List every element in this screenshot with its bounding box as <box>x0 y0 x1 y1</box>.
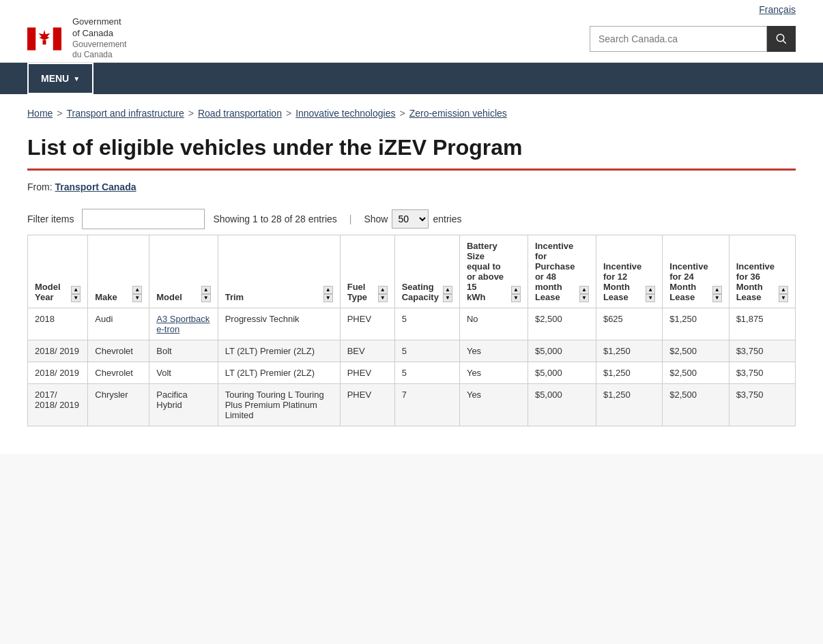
sort-battery-asc[interactable]: ▲ <box>511 286 521 294</box>
th-year: ModelYear ▲ ▼ <box>28 235 88 308</box>
sort-model-asc[interactable]: ▲ <box>201 286 211 294</box>
breadcrumb-item-2[interactable]: Road transportation <box>198 108 282 119</box>
cell-inc-36: $3,750 <box>729 384 795 426</box>
breadcrumb-item-1[interactable]: Transport and infrastructure <box>67 108 184 119</box>
search-icon <box>775 33 788 45</box>
cell-battery: Yes <box>459 384 528 426</box>
cell-inc-purchase: $5,000 <box>528 340 596 362</box>
cell-year: 2018 <box>28 308 88 340</box>
svg-rect-4 <box>43 40 46 44</box>
show-select-wrap: Show 10 25 50 100 entries <box>364 209 461 229</box>
showing-text: Showing 1 to 28 of 28 entries <box>213 214 336 224</box>
sort-model-desc[interactable]: ▼ <box>201 294 211 302</box>
sort-year-asc[interactable]: ▲ <box>71 286 81 294</box>
cell-inc-12: $625 <box>596 308 662 340</box>
menu-button[interactable]: MENU ▼ <box>27 63 93 94</box>
sort-inc-36[interactable]: ▲ ▼ <box>779 286 788 302</box>
show-select[interactable]: 10 25 50 100 <box>392 209 429 229</box>
sort-year-desc[interactable]: ▼ <box>71 294 81 302</box>
cell-fuel: PHEV <box>340 308 394 340</box>
cell-battery: No <box>459 308 528 340</box>
sort-inc-24-desc[interactable]: ▼ <box>712 294 722 302</box>
sort-inc-24[interactable]: ▲ ▼ <box>712 286 722 302</box>
sort-inc-purchase-desc[interactable]: ▼ <box>579 294 589 302</box>
cell-fuel: PHEV <box>340 362 394 384</box>
sort-battery-desc[interactable]: ▼ <box>511 294 521 302</box>
sort-seating-asc[interactable]: ▲ <box>443 286 452 294</box>
sort-inc-24-asc[interactable]: ▲ <box>712 286 722 294</box>
cell-inc-36: $3,750 <box>729 362 795 384</box>
cell-model: Pacifica Hybrid <box>149 384 218 426</box>
svg-rect-1 <box>53 27 62 50</box>
cell-make: Chevrolet <box>88 362 149 384</box>
sort-inc-12-asc[interactable]: ▲ <box>646 286 655 294</box>
menu-label: MENU <box>41 73 69 84</box>
breadcrumb-item-4[interactable]: Zero-emission vehicles <box>409 108 507 119</box>
cell-inc-12: $1,250 <box>596 384 662 426</box>
th-trim: Trim ▲ ▼ <box>218 235 340 308</box>
cell-inc-36: $3,750 <box>729 340 795 362</box>
table-row: 2018AudiA3 Sportback e-tronProgressiv Te… <box>28 308 796 340</box>
sort-trim[interactable]: ▲ ▼ <box>323 286 333 302</box>
sort-fuel-asc[interactable]: ▲ <box>378 286 388 294</box>
page-title: List of eligible vehicles under the iZEV… <box>27 135 796 171</box>
sort-inc-purchase[interactable]: ▲ ▼ <box>579 286 589 302</box>
cell-seating: 5 <box>394 340 459 362</box>
th-fuel: FuelType ▲ ▼ <box>340 235 394 308</box>
transport-canada-link[interactable]: Transport Canada <box>55 181 136 192</box>
nav-bar: MENU ▼ <box>0 63 823 94</box>
svg-line-6 <box>783 40 786 44</box>
entries-label: entries <box>433 214 461 224</box>
cell-fuel: BEV <box>340 340 394 362</box>
filter-input[interactable] <box>82 209 205 229</box>
sort-fuel-desc[interactable]: ▼ <box>378 294 388 302</box>
sort-fuel[interactable]: ▲ ▼ <box>378 286 388 302</box>
sort-year[interactable]: ▲ ▼ <box>71 286 81 302</box>
cell-trim: LT (2LT) Premier (2LZ) <box>218 340 340 362</box>
sort-inc-12[interactable]: ▲ ▼ <box>646 286 655 302</box>
sort-battery[interactable]: ▲ ▼ <box>511 286 521 302</box>
sort-inc-12-desc[interactable]: ▼ <box>646 294 655 302</box>
sort-seating-desc[interactable]: ▼ <box>443 294 452 302</box>
cell-seating: 5 <box>394 362 459 384</box>
cell-model[interactable]: A3 Sportback e-tron <box>149 308 218 340</box>
cell-make: Chevrolet <box>88 340 149 362</box>
filter-row: Filter items Showing 1 to 28 of 28 entri… <box>27 209 796 229</box>
cell-trim: Progressiv Technik <box>218 308 340 340</box>
from-line: From: Transport Canada <box>27 181 796 192</box>
breadcrumb-item-3[interactable]: Innovative technologies <box>295 108 395 119</box>
sort-make[interactable]: ▲ ▼ <box>132 286 142 302</box>
table-row: 2018/ 2019ChevroletBoltLT (2LT) Premier … <box>28 340 796 362</box>
canada-flag-icon <box>27 26 61 52</box>
sort-seating[interactable]: ▲ ▼ <box>443 286 452 302</box>
breadcrumb: Home>Transport and infrastructure>Road t… <box>27 108 796 119</box>
sort-make-asc[interactable]: ▲ <box>132 286 142 294</box>
search-button[interactable] <box>767 26 796 52</box>
cell-inc-36: $1,875 <box>729 308 795 340</box>
sort-model[interactable]: ▲ ▼ <box>201 286 211 302</box>
sort-trim-desc[interactable]: ▼ <box>323 294 333 302</box>
table-row: 2017/ 2018/ 2019ChryslerPacifica HybridT… <box>28 384 796 426</box>
sort-inc-36-asc[interactable]: ▲ <box>779 286 788 294</box>
sort-trim-asc[interactable]: ▲ <box>323 286 333 294</box>
th-incentive-36: Incentivefor 36MonthLease ▲ ▼ <box>729 235 795 308</box>
th-incentive-24: Incentivefor 24MonthLease ▲ ▼ <box>663 235 729 308</box>
cell-make: Audi <box>88 308 149 340</box>
th-incentive-purchase: IncentiveforPurchaseor 48monthLease ▲ ▼ <box>528 235 596 308</box>
th-incentive-12: Incentivefor 12MonthLease ▲ ▼ <box>596 235 662 308</box>
filter-label: Filter items <box>27 214 74 224</box>
cell-inc-24: $1,250 <box>663 308 729 340</box>
sort-inc-purchase-asc[interactable]: ▲ <box>579 286 589 294</box>
breadcrumb-item-0[interactable]: Home <box>27 108 53 119</box>
government-name: Governmentof Canada Gouvernementdu Canad… <box>72 16 126 61</box>
sort-inc-36-desc[interactable]: ▼ <box>779 294 788 302</box>
svg-point-5 <box>777 34 784 42</box>
sort-make-desc[interactable]: ▼ <box>132 294 142 302</box>
search-input[interactable] <box>590 26 767 52</box>
show-label: Show <box>364 214 388 224</box>
cell-make: Chrysler <box>88 384 149 426</box>
th-battery: BatterySizeequal toor above15kWh ▲ ▼ <box>459 235 528 308</box>
svg-rect-0 <box>27 27 36 50</box>
francais-link[interactable]: Français <box>759 4 796 15</box>
cell-fuel: PHEV <box>340 384 394 426</box>
